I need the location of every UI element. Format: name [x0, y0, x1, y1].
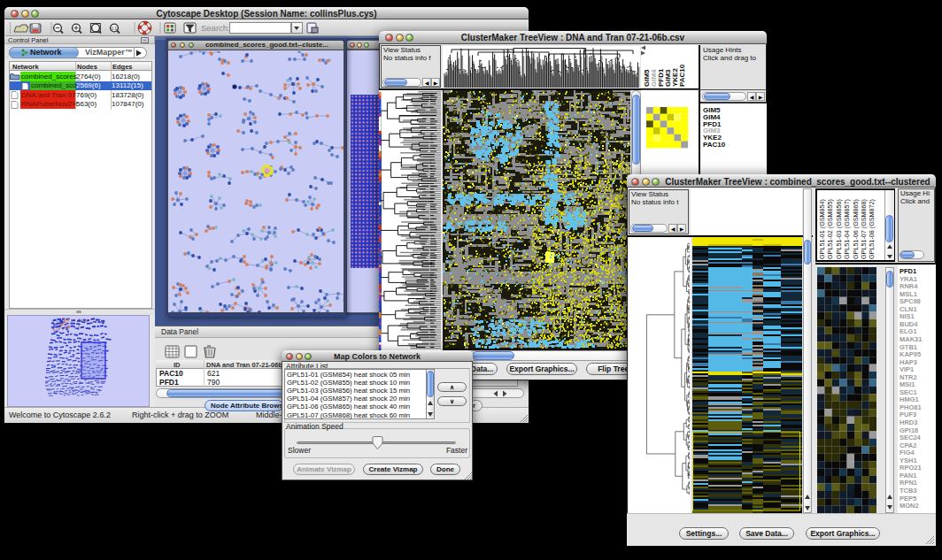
svg-text:GPL51-08 (GSM872): GPL51-08 (GSM872): [868, 199, 876, 259]
svg-text:PAC10: PAC10: [678, 64, 686, 87]
svg-text:GPL51-04 (GSM857): GPL51-04 (GSM857): [843, 199, 851, 259]
svg-text:GPL51-02 (GSM855): GPL51-02 (GSM855): [826, 199, 834, 259]
svg-text:GPL51-06 (GSM865): GPL51-06 (GSM865): [852, 199, 860, 259]
svg-text:GPL51-07 (GSM868): GPL51-07 (GSM868): [860, 199, 868, 259]
svg-text:1:1: 1:1: [112, 27, 118, 31]
svg-text:GPL51-03 (GSM856): GPL51-03 (GSM856): [835, 199, 843, 259]
svg-text:GPL51-01 (GSM854): GPL51-01 (GSM854): [818, 199, 826, 259]
